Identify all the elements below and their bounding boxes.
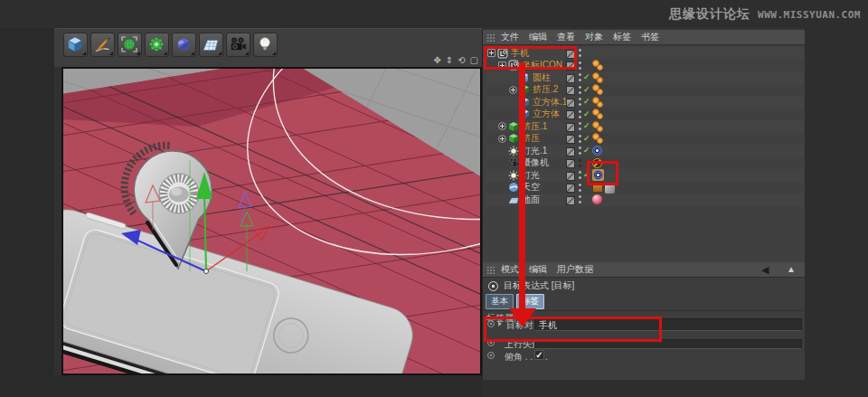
pitch-checkbox[interactable]: ✓ [534, 350, 544, 360]
history-back-icon[interactable]: ◀ [761, 264, 769, 276]
viewport-gutter [54, 67, 61, 375]
object-label[interactable]: 立方体 [533, 108, 560, 120]
layer-toggle[interactable] [566, 196, 575, 205]
object-label[interactable]: 灯光.1 [522, 145, 547, 157]
menu-file[interactable]: 文件 [501, 31, 519, 43]
layer-toggle[interactable] [566, 86, 575, 95]
phong-tag[interactable] [592, 97, 603, 108]
object-label[interactable]: 摄像机 [522, 156, 549, 169]
menu-user-data[interactable]: 用户数据 [557, 263, 593, 276]
cube-primitive-icon [66, 35, 84, 53]
visibility-dots[interactable] [578, 71, 582, 83]
light-button[interactable] [253, 33, 278, 57]
object-row-light-1[interactable]: 灯光.1 ✓ [486, 145, 804, 157]
enabled-check-icon[interactable]: ✓ [583, 109, 590, 120]
material-tag[interactable] [592, 194, 602, 204]
phong-tag[interactable] [592, 109, 603, 119]
phong-tag[interactable] [592, 84, 603, 95]
keyframe-circle-icon[interactable] [487, 352, 495, 359]
menu-mode[interactable]: 模式 [501, 263, 519, 276]
phong-tag[interactable] [592, 72, 603, 83]
floor-button[interactable] [199, 33, 223, 57]
object-row-cylinder[interactable]: 圆柱 ✓ [486, 71, 804, 84]
enabled-check-icon[interactable]: ✓ [583, 71, 590, 83]
enabled-check-icon[interactable]: ✓ [583, 133, 590, 145]
layer-toggle[interactable] [566, 110, 575, 119]
object-label[interactable]: 圆柱 [533, 71, 551, 84]
visibility-dots[interactable] [578, 60, 582, 71]
attribute-tabs: 基本 标签 [486, 294, 544, 309]
visibility-dots[interactable] [578, 84, 582, 96]
dolly-view-icon[interactable]: ⇕ [446, 55, 453, 66]
attribute-manager-footer [482, 380, 805, 397]
object-label[interactable]: 挤压.1 [522, 120, 547, 133]
deformer-button[interactable] [145, 33, 169, 57]
object-row-extrude-1[interactable]: 挤压.1 ✓ [486, 120, 804, 133]
menu-edit[interactable]: 编辑 [529, 263, 547, 276]
expand-icon[interactable] [509, 86, 517, 94]
enabled-check-icon[interactable]: ✓ [583, 145, 590, 156]
object-row-extrude[interactable]: 挤压 ✓ [486, 133, 804, 146]
visibility-dots[interactable] [578, 47, 582, 59]
object-row-floor[interactable]: 地面 [486, 194, 804, 206]
menu-bookmarks[interactable]: 书签 [641, 31, 659, 43]
visibility-dots[interactable] [578, 109, 582, 120]
visibility-dots[interactable] [578, 157, 582, 169]
object-row-cube-1[interactable]: 立方体.1 ✓ [486, 96, 804, 109]
viewport-controls: ✥ ⇕ ⟲ ▢ [433, 55, 478, 66]
viewport-3d[interactable] [61, 67, 482, 375]
visibility-dots[interactable] [578, 133, 582, 145]
object-label[interactable]: 挤压.2 [533, 83, 558, 96]
visibility-dots[interactable] [578, 96, 582, 108]
visibility-dots[interactable] [578, 145, 582, 156]
tab-basic[interactable]: 基本 [486, 294, 514, 309]
spline-pen-button[interactable] [90, 33, 115, 57]
cinema4d-window: 思缘设计论坛 WWW.MISSYUAN.COM ✥ ⇕ ⟲ ▢ [0, 0, 868, 397]
object-row-light[interactable]: 灯光 ✓ [486, 169, 804, 182]
expand-icon[interactable] [498, 135, 506, 143]
layer-toggle[interactable] [566, 123, 575, 132]
cube-primitive-button[interactable] [63, 33, 88, 57]
visibility-dots[interactable] [578, 169, 582, 181]
enabled-check-icon[interactable]: ✓ [583, 96, 590, 108]
layer-toggle[interactable] [566, 99, 575, 108]
enabled-check-icon[interactable]: ✓ [583, 84, 590, 96]
phong-tag[interactable] [592, 133, 603, 144]
environment-button[interactable] [172, 33, 196, 57]
phong-tag[interactable] [592, 121, 603, 132]
camera-button[interactable] [226, 33, 250, 57]
gizmo-origin [204, 269, 209, 274]
compositing-tag[interactable] [605, 184, 615, 194]
visibility-dots[interactable] [578, 182, 582, 194]
object-row-cube[interactable]: 立方体 ✓ [486, 109, 804, 121]
object-row-sky[interactable]: 天空 [486, 182, 804, 194]
enabled-check-icon[interactable]: ✓ [583, 120, 590, 132]
target-tag[interactable] [592, 146, 602, 156]
visibility-dots[interactable] [578, 194, 582, 205]
pan-view-icon[interactable]: ✥ [433, 55, 440, 66]
layer-toggle[interactable] [566, 172, 575, 181]
object-row-extrude-2[interactable]: 挤压.2 ✓ [486, 84, 804, 97]
layer-toggle[interactable] [566, 74, 575, 83]
layer-toggle[interactable] [566, 135, 575, 144]
object-label[interactable]: 立方体.1 [533, 96, 567, 109]
visibility-dots[interactable] [578, 120, 582, 132]
phong-tag[interactable] [592, 60, 603, 71]
menu-tags[interactable]: 标签 [613, 31, 631, 43]
layer-toggle[interactable] [566, 159, 575, 168]
rotate-view-icon[interactable]: ⟲ [458, 55, 465, 66]
toggle-view-icon[interactable]: ▢ [470, 55, 478, 66]
layer-toggle[interactable] [566, 147, 575, 156]
history-up-icon[interactable]: ▲ [787, 264, 796, 274]
panel-grip-icon[interactable] [486, 266, 495, 275]
menu-objects[interactable]: 对象 [585, 31, 603, 43]
menu-edit[interactable]: 编辑 [529, 31, 547, 43]
attribute-manager-menubar: 模式 编辑 用户数据 ◀ ▲ [483, 262, 805, 278]
layer-toggle[interactable] [566, 184, 575, 193]
deformer-icon [147, 35, 165, 53]
subdivision-surface-button[interactable] [118, 33, 142, 57]
object-row-camera[interactable]: 摄像机 [486, 157, 804, 170]
menu-view[interactable]: 查看 [557, 31, 575, 43]
panel-grip-icon[interactable] [486, 33, 495, 43]
expand-icon[interactable] [498, 122, 506, 130]
